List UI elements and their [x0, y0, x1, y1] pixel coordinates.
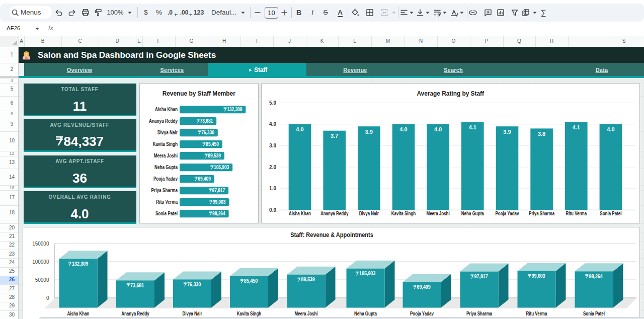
svg-text:69,409: 69,409: [198, 176, 211, 182]
svg-text:97,817: 97,817: [212, 187, 225, 193]
svg-text:98,264: 98,264: [589, 273, 602, 279]
svg-text:Neha Gupta: Neha Gupta: [354, 311, 377, 316]
svg-text:Neha Gupta: Neha Gupta: [154, 164, 178, 170]
svg-text:4.1: 4.1: [469, 124, 476, 130]
svg-text:2.0: 2.0: [269, 165, 276, 170]
svg-text:5.0: 5.0: [269, 100, 276, 106]
svg-text:50000: 50000: [35, 277, 49, 282]
svg-text:Priya Sharma: Priya Sharma: [529, 211, 554, 216]
svg-text:Kavita Singh: Kavita Singh: [236, 311, 261, 316]
svg-text:Revenue by Staff Member: Revenue by Staff Member: [163, 90, 236, 97]
svg-text:Aisha Khan: Aisha Khan: [289, 211, 311, 216]
svg-text:Average Rating by Staff: Average Rating by Staff: [417, 90, 484, 97]
svg-text:Staff: Revenue & Appointments: Staff: Revenue & Appointments: [290, 231, 373, 238]
svg-text:76,330: 76,330: [201, 129, 214, 135]
svg-text:3.8: 3.8: [538, 131, 545, 137]
svg-text:3.0: 3.0: [269, 143, 276, 148]
svg-text:0: 0: [46, 295, 49, 300]
svg-text:Priya Sharma: Priya Sharma: [151, 187, 178, 193]
svg-text:69,409: 69,409: [417, 284, 430, 290]
svg-text:85,450: 85,450: [244, 278, 258, 284]
svg-text:4.0: 4.0: [607, 126, 614, 132]
svg-text:Kavita Singh: Kavita Singh: [152, 141, 178, 147]
svg-text:0.0: 0.0: [269, 207, 276, 213]
svg-text:Pooja Yadav: Pooja Yadav: [496, 211, 519, 216]
svg-text:Ananya Reddy: Ananya Reddy: [320, 211, 349, 216]
svg-text:Divya Nair: Divya Nair: [182, 311, 202, 316]
svg-text:89,539: 89,539: [301, 276, 314, 282]
svg-text:Kavita Singh: Kavita Singh: [391, 211, 416, 216]
svg-text:Ritu Verma: Ritu Verma: [566, 211, 587, 216]
svg-text:Aisha Khan: Aisha Khan: [67, 311, 89, 316]
svg-text:99,003: 99,003: [531, 273, 545, 279]
svg-text:Ritu Verma: Ritu Verma: [156, 199, 178, 205]
svg-text:Ananya Reddy: Ananya Reddy: [149, 118, 178, 124]
svg-text:98,264: 98,264: [212, 210, 225, 216]
svg-text:Sonia Patel: Sonia Patel: [155, 210, 178, 216]
svg-text:Pooja Yadav: Pooja Yadav: [410, 311, 434, 316]
svg-text:99,003: 99,003: [213, 199, 226, 205]
svg-text:150000: 150000: [32, 241, 49, 246]
svg-text:4.0: 4.0: [434, 126, 442, 132]
svg-text:Sonia Patel: Sonia Patel: [583, 311, 604, 316]
svg-text:Divya Nair: Divya Nair: [359, 211, 379, 216]
svg-text:3.9: 3.9: [365, 129, 373, 135]
svg-text:Meera Joshi: Meera Joshi: [294, 311, 317, 316]
svg-text:132,309: 132,309: [72, 261, 88, 267]
svg-text:Meera Joshi: Meera Joshi: [427, 211, 450, 216]
svg-text:Aisha Khan: Aisha Khan: [155, 106, 178, 112]
svg-text:Meera Joshi: Meera Joshi: [154, 152, 178, 158]
svg-text:Ritu Verma: Ritu Verma: [526, 311, 547, 316]
svg-text:4.0: 4.0: [399, 126, 407, 132]
svg-text:Ananya Reddy: Ananya Reddy: [121, 311, 149, 316]
svg-text:Pooja Yadav: Pooja Yadav: [153, 176, 178, 182]
svg-text:4.1: 4.1: [573, 124, 580, 130]
svg-text:132,309: 132,309: [227, 106, 242, 112]
svg-text:Sonia Patel: Sonia Patel: [600, 211, 621, 216]
svg-text:85,450: 85,450: [206, 141, 219, 147]
svg-text:105,903: 105,903: [359, 270, 375, 276]
svg-text:76,330: 76,330: [187, 281, 201, 287]
svg-text:3.7: 3.7: [331, 133, 338, 139]
svg-text:Neha Gupta: Neha Gupta: [461, 211, 484, 216]
svg-text:3.9: 3.9: [503, 129, 511, 135]
svg-text:Priya Sharma: Priya Sharma: [466, 311, 492, 316]
svg-text:4.0: 4.0: [269, 121, 276, 127]
svg-text:73,681: 73,681: [130, 282, 144, 288]
svg-text:1.0: 1.0: [269, 186, 276, 191]
svg-text:Divya Nair: Divya Nair: [157, 129, 178, 135]
svg-text:97,817: 97,817: [474, 273, 488, 279]
svg-text:4.0: 4.0: [296, 126, 303, 132]
svg-text:73,681: 73,681: [200, 118, 213, 124]
svg-text:105,903: 105,903: [214, 164, 229, 170]
svg-text:89,539: 89,539: [208, 152, 221, 158]
svg-text:100000: 100000: [32, 259, 49, 264]
